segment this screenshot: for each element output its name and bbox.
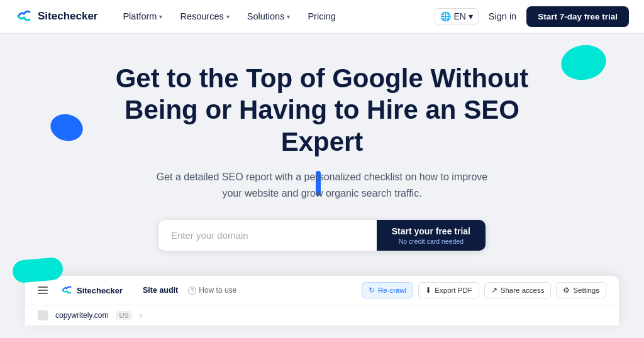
export-pdf-button[interactable]: ⬇ Export PDF bbox=[418, 282, 479, 298]
start-trial-button[interactable]: Start your free trial No credit card nee… bbox=[377, 220, 486, 251]
nav-links: Platform ▾ Resources ▾ Solutions ▾ Prici… bbox=[123, 11, 435, 21]
dashboard-actions: ↻ Re-crawl ⬇ Export PDF ↗ Share access ⚙… bbox=[362, 282, 606, 298]
recrawl-button[interactable]: ↻ Re-crawl bbox=[362, 282, 413, 298]
dashboard-logo: Sitechecker bbox=[60, 284, 123, 297]
site-favicon bbox=[38, 310, 48, 320]
recrawl-icon: ↻ bbox=[369, 286, 375, 295]
question-icon: ? bbox=[188, 286, 196, 295]
tab-how-to-use[interactable]: ? How to use bbox=[188, 286, 236, 295]
search-bar-container: Start your free trial No credit card nee… bbox=[0, 220, 644, 251]
hamburger-menu[interactable] bbox=[38, 286, 48, 294]
logo[interactable]: Sitechecker bbox=[15, 8, 97, 25]
search-bar: Start your free trial No credit card nee… bbox=[158, 220, 486, 251]
dashboard-header: Sitechecker Site audit ? How to use ↻ Re… bbox=[25, 276, 619, 305]
hero-title: Get to the Top of Google Without Being o… bbox=[96, 63, 548, 158]
chevron-down-icon: ▾ bbox=[226, 13, 230, 20]
dashboard-preview: Sitechecker Site audit ? How to use ↻ Re… bbox=[25, 276, 619, 325]
chevron-down-icon: ▾ bbox=[469, 11, 473, 21]
share-icon: ↗ bbox=[491, 286, 497, 295]
nav-solutions[interactable]: Solutions ▾ bbox=[247, 11, 291, 21]
hero-section: Get to the Top of Google Without Being o… bbox=[0, 33, 644, 338]
dashboard-row: copywritely.com US › bbox=[25, 305, 619, 325]
share-access-button[interactable]: ↗ Share access bbox=[484, 282, 552, 298]
logo-text: Sitechecker bbox=[38, 10, 97, 23]
start-trial-nav-button[interactable]: Start 7-day free trial bbox=[526, 6, 629, 27]
logo-icon bbox=[15, 8, 33, 25]
dashboard-logo-text: Sitechecker bbox=[77, 286, 123, 295]
nav-platform[interactable]: Platform ▾ bbox=[123, 11, 162, 21]
domain-input[interactable] bbox=[158, 220, 377, 251]
tab-site-audit[interactable]: Site audit bbox=[143, 286, 178, 295]
expand-icon: › bbox=[140, 311, 142, 320]
hero-subtitle: Get a detailed SEO report with a persona… bbox=[152, 169, 492, 201]
site-domain[interactable]: copywritely.com bbox=[55, 311, 108, 320]
chevron-down-icon: ▾ bbox=[287, 13, 290, 20]
nav-right: 🌐 EN ▾ Sign in Start 7-day free trial bbox=[435, 6, 629, 27]
settings-button[interactable]: ⚙ Settings bbox=[556, 282, 606, 298]
chevron-down-icon: ▾ bbox=[159, 13, 162, 20]
nav-resources[interactable]: Resources ▾ bbox=[180, 11, 229, 21]
sign-in-button[interactable]: Sign in bbox=[489, 11, 516, 21]
nav-pricing[interactable]: Pricing bbox=[308, 11, 335, 21]
decorative-blob-teal-right bbox=[558, 41, 609, 84]
globe-icon: 🌐 bbox=[440, 11, 451, 21]
dashboard-logo-icon bbox=[60, 284, 73, 297]
navigation: Sitechecker Platform ▾ Resources ▾ Solut… bbox=[0, 0, 644, 33]
language-selector[interactable]: 🌐 EN ▾ bbox=[435, 8, 478, 25]
site-country: US bbox=[116, 311, 131, 320]
download-icon: ⬇ bbox=[425, 286, 431, 295]
gear-icon: ⚙ bbox=[563, 286, 570, 295]
dashboard-tabs: Site audit ? How to use bbox=[143, 286, 349, 295]
decorative-blob-blue-left bbox=[47, 111, 86, 144]
